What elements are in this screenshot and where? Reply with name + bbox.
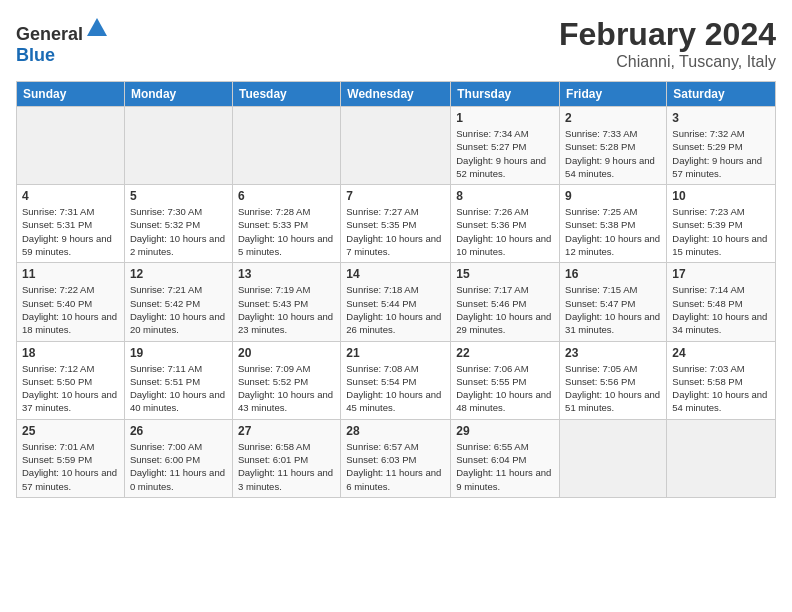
calendar-cell: 23Sunrise: 7:05 AM Sunset: 5:56 PM Dayli… [560, 341, 667, 419]
day-number: 6 [238, 189, 335, 203]
calendar-cell [341, 107, 451, 185]
calendar-cell: 10Sunrise: 7:23 AM Sunset: 5:39 PM Dayli… [667, 185, 776, 263]
calendar-cell: 11Sunrise: 7:22 AM Sunset: 5:40 PM Dayli… [17, 263, 125, 341]
day-info: Sunrise: 7:08 AM Sunset: 5:54 PM Dayligh… [346, 362, 445, 415]
calendar-cell: 18Sunrise: 7:12 AM Sunset: 5:50 PM Dayli… [17, 341, 125, 419]
calendar-week-4: 18Sunrise: 7:12 AM Sunset: 5:50 PM Dayli… [17, 341, 776, 419]
day-info: Sunrise: 7:15 AM Sunset: 5:47 PM Dayligh… [565, 283, 661, 336]
day-number: 13 [238, 267, 335, 281]
svg-marker-0 [87, 18, 107, 36]
day-number: 7 [346, 189, 445, 203]
calendar-cell: 7Sunrise: 7:27 AM Sunset: 5:35 PM Daylig… [341, 185, 451, 263]
calendar-cell: 12Sunrise: 7:21 AM Sunset: 5:42 PM Dayli… [124, 263, 232, 341]
day-number: 8 [456, 189, 554, 203]
day-number: 5 [130, 189, 227, 203]
weekday-header-wednesday: Wednesday [341, 82, 451, 107]
day-number: 16 [565, 267, 661, 281]
weekday-header-monday: Monday [124, 82, 232, 107]
day-number: 12 [130, 267, 227, 281]
calendar-cell: 6Sunrise: 7:28 AM Sunset: 5:33 PM Daylig… [232, 185, 340, 263]
weekday-header-saturday: Saturday [667, 82, 776, 107]
day-info: Sunrise: 7:32 AM Sunset: 5:29 PM Dayligh… [672, 127, 770, 180]
calendar-cell: 13Sunrise: 7:19 AM Sunset: 5:43 PM Dayli… [232, 263, 340, 341]
logo-general: General [16, 24, 83, 44]
day-info: Sunrise: 7:00 AM Sunset: 6:00 PM Dayligh… [130, 440, 227, 493]
calendar-cell: 20Sunrise: 7:09 AM Sunset: 5:52 PM Dayli… [232, 341, 340, 419]
day-number: 4 [22, 189, 119, 203]
day-info: Sunrise: 7:28 AM Sunset: 5:33 PM Dayligh… [238, 205, 335, 258]
page-header: General Blue February 2024 Chianni, Tusc… [16, 16, 776, 71]
calendar-cell: 5Sunrise: 7:30 AM Sunset: 5:32 PM Daylig… [124, 185, 232, 263]
day-number: 2 [565, 111, 661, 125]
day-number: 11 [22, 267, 119, 281]
calendar-cell: 14Sunrise: 7:18 AM Sunset: 5:44 PM Dayli… [341, 263, 451, 341]
day-info: Sunrise: 7:21 AM Sunset: 5:42 PM Dayligh… [130, 283, 227, 336]
day-number: 24 [672, 346, 770, 360]
calendar-cell [17, 107, 125, 185]
day-number: 20 [238, 346, 335, 360]
day-info: Sunrise: 7:18 AM Sunset: 5:44 PM Dayligh… [346, 283, 445, 336]
calendar-cell: 8Sunrise: 7:26 AM Sunset: 5:36 PM Daylig… [451, 185, 560, 263]
day-number: 26 [130, 424, 227, 438]
weekday-header-thursday: Thursday [451, 82, 560, 107]
calendar-cell: 2Sunrise: 7:33 AM Sunset: 5:28 PM Daylig… [560, 107, 667, 185]
day-info: Sunrise: 7:26 AM Sunset: 5:36 PM Dayligh… [456, 205, 554, 258]
calendar-cell: 28Sunrise: 6:57 AM Sunset: 6:03 PM Dayli… [341, 419, 451, 497]
day-info: Sunrise: 6:55 AM Sunset: 6:04 PM Dayligh… [456, 440, 554, 493]
day-number: 23 [565, 346, 661, 360]
calendar-cell [667, 419, 776, 497]
calendar-cell [560, 419, 667, 497]
day-number: 27 [238, 424, 335, 438]
calendar-week-5: 25Sunrise: 7:01 AM Sunset: 5:59 PM Dayli… [17, 419, 776, 497]
day-number: 17 [672, 267, 770, 281]
day-info: Sunrise: 7:01 AM Sunset: 5:59 PM Dayligh… [22, 440, 119, 493]
calendar-cell: 1Sunrise: 7:34 AM Sunset: 5:27 PM Daylig… [451, 107, 560, 185]
day-number: 29 [456, 424, 554, 438]
calendar-cell [232, 107, 340, 185]
day-info: Sunrise: 7:33 AM Sunset: 5:28 PM Dayligh… [565, 127, 661, 180]
day-info: Sunrise: 7:27 AM Sunset: 5:35 PM Dayligh… [346, 205, 445, 258]
month-title: February 2024 [559, 16, 776, 53]
calendar-cell: 22Sunrise: 7:06 AM Sunset: 5:55 PM Dayli… [451, 341, 560, 419]
title-area: February 2024 Chianni, Tuscany, Italy [559, 16, 776, 71]
day-info: Sunrise: 7:14 AM Sunset: 5:48 PM Dayligh… [672, 283, 770, 336]
day-info: Sunrise: 7:03 AM Sunset: 5:58 PM Dayligh… [672, 362, 770, 415]
day-info: Sunrise: 7:11 AM Sunset: 5:51 PM Dayligh… [130, 362, 227, 415]
calendar-week-1: 1Sunrise: 7:34 AM Sunset: 5:27 PM Daylig… [17, 107, 776, 185]
day-info: Sunrise: 6:57 AM Sunset: 6:03 PM Dayligh… [346, 440, 445, 493]
calendar-cell: 9Sunrise: 7:25 AM Sunset: 5:38 PM Daylig… [560, 185, 667, 263]
day-info: Sunrise: 7:22 AM Sunset: 5:40 PM Dayligh… [22, 283, 119, 336]
calendar-cell: 16Sunrise: 7:15 AM Sunset: 5:47 PM Dayli… [560, 263, 667, 341]
day-info: Sunrise: 7:19 AM Sunset: 5:43 PM Dayligh… [238, 283, 335, 336]
calendar-table: SundayMondayTuesdayWednesdayThursdayFrid… [16, 81, 776, 498]
calendar-cell: 15Sunrise: 7:17 AM Sunset: 5:46 PM Dayli… [451, 263, 560, 341]
day-info: Sunrise: 7:12 AM Sunset: 5:50 PM Dayligh… [22, 362, 119, 415]
calendar-cell: 27Sunrise: 6:58 AM Sunset: 6:01 PM Dayli… [232, 419, 340, 497]
day-info: Sunrise: 7:17 AM Sunset: 5:46 PM Dayligh… [456, 283, 554, 336]
calendar-cell: 21Sunrise: 7:08 AM Sunset: 5:54 PM Dayli… [341, 341, 451, 419]
day-number: 21 [346, 346, 445, 360]
day-number: 14 [346, 267, 445, 281]
calendar-cell [124, 107, 232, 185]
day-number: 25 [22, 424, 119, 438]
day-number: 19 [130, 346, 227, 360]
calendar-cell: 4Sunrise: 7:31 AM Sunset: 5:31 PM Daylig… [17, 185, 125, 263]
day-info: Sunrise: 7:30 AM Sunset: 5:32 PM Dayligh… [130, 205, 227, 258]
logo: General Blue [16, 16, 109, 66]
day-number: 10 [672, 189, 770, 203]
day-info: Sunrise: 7:23 AM Sunset: 5:39 PM Dayligh… [672, 205, 770, 258]
logo-blue: Blue [16, 45, 55, 65]
day-info: Sunrise: 7:25 AM Sunset: 5:38 PM Dayligh… [565, 205, 661, 258]
day-number: 28 [346, 424, 445, 438]
calendar-week-2: 4Sunrise: 7:31 AM Sunset: 5:31 PM Daylig… [17, 185, 776, 263]
day-info: Sunrise: 7:06 AM Sunset: 5:55 PM Dayligh… [456, 362, 554, 415]
calendar-cell: 3Sunrise: 7:32 AM Sunset: 5:29 PM Daylig… [667, 107, 776, 185]
calendar-cell: 29Sunrise: 6:55 AM Sunset: 6:04 PM Dayli… [451, 419, 560, 497]
calendar-cell: 26Sunrise: 7:00 AM Sunset: 6:00 PM Dayli… [124, 419, 232, 497]
weekday-header-friday: Friday [560, 82, 667, 107]
day-info: Sunrise: 7:09 AM Sunset: 5:52 PM Dayligh… [238, 362, 335, 415]
weekday-header-sunday: Sunday [17, 82, 125, 107]
day-info: Sunrise: 6:58 AM Sunset: 6:01 PM Dayligh… [238, 440, 335, 493]
day-number: 18 [22, 346, 119, 360]
day-number: 3 [672, 111, 770, 125]
